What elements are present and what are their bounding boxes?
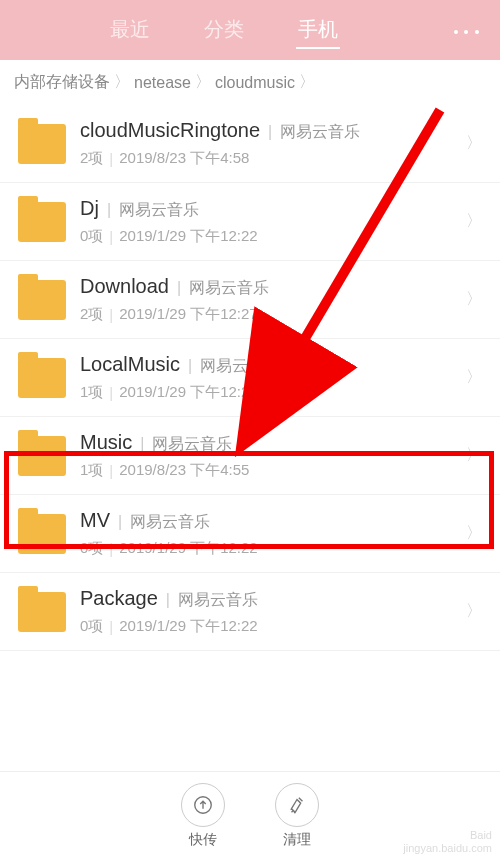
separator: | (109, 618, 113, 635)
folder-count: 1项 (80, 461, 103, 480)
folder-name: Package (80, 587, 158, 610)
breadcrumb-segment[interactable]: cloudmusic (215, 74, 295, 92)
folder-icon (18, 358, 66, 398)
folder-tag: 网易云音乐 (152, 434, 232, 455)
dots-icon (454, 30, 458, 34)
folder-time: 2019/8/23 下午4:55 (119, 461, 249, 480)
folder-name: Music (80, 431, 132, 454)
folder-tag: 网易云音乐 (178, 590, 258, 611)
folder-list: cloudMusicRingtone | 网易云音乐 2项 | 2019/8/2… (0, 105, 500, 651)
folder-icon (18, 202, 66, 242)
separator: | (166, 591, 170, 609)
folder-item[interactable]: Download | 网易云音乐 2项 | 2019/1/29 下午12:27 … (0, 261, 500, 339)
folder-name: LocalMusic (80, 353, 180, 376)
folder-tag: 网易云音乐 (189, 278, 269, 299)
folder-info: Package | 网易云音乐 0项 | 2019/1/29 下午12:22 (80, 587, 466, 636)
separator: | (109, 540, 113, 557)
upload-icon (181, 783, 225, 827)
folder-icon (18, 514, 66, 554)
clean-label: 清理 (283, 831, 311, 849)
separator: | (109, 462, 113, 479)
chevron-right-icon: 〉 (466, 367, 482, 388)
tab-1[interactable]: 分类 (202, 12, 246, 49)
separator: | (268, 123, 272, 141)
app-header: 最近分类手机 (0, 0, 500, 60)
folder-info: cloudMusicRingtone | 网易云音乐 2项 | 2019/8/2… (80, 119, 466, 168)
dots-icon (464, 30, 468, 34)
separator: | (177, 279, 181, 297)
folder-time: 2019/1/29 下午12:22 (119, 383, 257, 402)
breadcrumb[interactable]: 内部存储设备〉netease〉cloudmusic〉 (0, 60, 500, 105)
header-tabs: 最近分类手机 (8, 12, 441, 49)
folder-count: 0项 (80, 617, 103, 636)
folder-tag: 网易云音乐 (119, 200, 199, 221)
chevron-right-icon: 〉 (114, 72, 130, 93)
tab-0[interactable]: 最近 (108, 12, 152, 49)
folder-item[interactable]: cloudMusicRingtone | 网易云音乐 2项 | 2019/8/2… (0, 105, 500, 183)
folder-tag: 网易云音乐 (130, 512, 210, 533)
broom-icon (275, 783, 319, 827)
separator: | (109, 306, 113, 323)
separator: | (109, 384, 113, 401)
chevron-right-icon: 〉 (466, 211, 482, 232)
folder-item[interactable]: Music | 网易云音乐 1项 | 2019/8/23 下午4:55 〉 (0, 417, 500, 495)
folder-time: 2019/8/23 下午4:58 (119, 149, 249, 168)
chevron-right-icon: 〉 (466, 601, 482, 622)
folder-time: 2019/1/29 下午12:22 (119, 617, 257, 636)
tab-2[interactable]: 手机 (296, 12, 340, 49)
dots-icon (475, 30, 479, 34)
breadcrumb-segment[interactable]: 内部存储设备 (14, 72, 110, 93)
folder-icon (18, 280, 66, 320)
folder-item[interactable]: Package | 网易云音乐 0项 | 2019/1/29 下午12:22 〉 (0, 573, 500, 651)
folder-tag: 网易云音乐 (280, 122, 360, 143)
folder-info: LocalMusic | 网易云音乐 1项 | 2019/1/29 下午12:2… (80, 353, 466, 402)
folder-count: 1项 (80, 383, 103, 402)
folder-count: 2项 (80, 305, 103, 324)
folder-icon (18, 592, 66, 632)
breadcrumb-segment[interactable]: netease (134, 74, 191, 92)
separator: | (118, 513, 122, 531)
chevron-right-icon: 〉 (466, 445, 482, 466)
watermark: Baid jingyan.baidu.com (403, 829, 492, 855)
folder-info: Music | 网易云音乐 1项 | 2019/8/23 下午4:55 (80, 431, 466, 480)
more-menu-button[interactable] (441, 16, 492, 44)
folder-info: Dj | 网易云音乐 0项 | 2019/1/29 下午12:22 (80, 197, 466, 246)
chevron-right-icon: 〉 (466, 523, 482, 544)
folder-name: Download (80, 275, 169, 298)
separator: | (109, 150, 113, 167)
clean-button[interactable]: 清理 (275, 783, 319, 849)
folder-name: Dj (80, 197, 99, 220)
folder-name: cloudMusicRingtone (80, 119, 260, 142)
folder-tag: 网易云音乐 (200, 356, 280, 377)
chevron-right-icon: 〉 (466, 289, 482, 310)
folder-count: 0项 (80, 227, 103, 246)
folder-count: 0项 (80, 539, 103, 558)
quick-transfer-button[interactable]: 快传 (181, 783, 225, 849)
transfer-label: 快传 (189, 831, 217, 849)
separator: | (107, 201, 111, 219)
folder-info: Download | 网易云音乐 2项 | 2019/1/29 下午12:27 (80, 275, 466, 324)
folder-item[interactable]: Dj | 网易云音乐 0项 | 2019/1/29 下午12:22 〉 (0, 183, 500, 261)
chevron-right-icon: 〉 (466, 133, 482, 154)
folder-count: 2项 (80, 149, 103, 168)
folder-time: 2019/1/29 下午12:22 (119, 539, 257, 558)
folder-name: MV (80, 509, 110, 532)
folder-icon (18, 436, 66, 476)
chevron-right-icon: 〉 (195, 72, 211, 93)
folder-item[interactable]: MV | 网易云音乐 0项 | 2019/1/29 下午12:22 〉 (0, 495, 500, 573)
folder-item[interactable]: LocalMusic | 网易云音乐 1项 | 2019/1/29 下午12:2… (0, 339, 500, 417)
separator: | (140, 435, 144, 453)
separator: | (109, 228, 113, 245)
folder-time: 2019/1/29 下午12:27 (119, 305, 257, 324)
folder-icon (18, 124, 66, 164)
separator: | (188, 357, 192, 375)
chevron-right-icon: 〉 (299, 72, 315, 93)
folder-info: MV | 网易云音乐 0项 | 2019/1/29 下午12:22 (80, 509, 466, 558)
folder-time: 2019/1/29 下午12:22 (119, 227, 257, 246)
